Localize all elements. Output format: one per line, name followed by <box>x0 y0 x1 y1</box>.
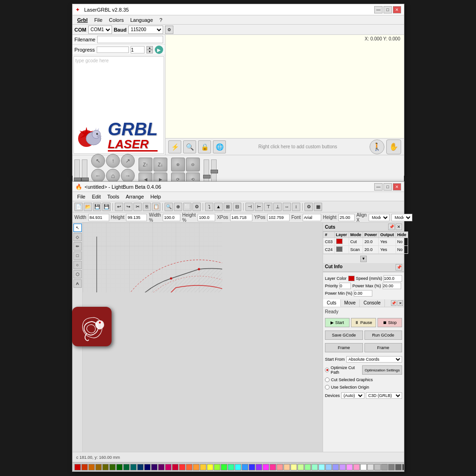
spin-down[interactable]: ▼ <box>146 50 153 53</box>
lb-tb-cut[interactable]: ✂ <box>133 203 142 211</box>
lb-xpos-input[interactable] <box>230 214 252 221</box>
menu-file[interactable]: File <box>92 16 106 24</box>
palette-swatch[interactable] <box>221 464 227 470</box>
lb-tb-redo[interactable]: ↪ <box>124 203 132 211</box>
lb-tb-paste[interactable]: 📋 <box>152 203 160 211</box>
lb-tb-grid[interactable]: ▦ <box>314 203 322 211</box>
connect-btn[interactable]: ⚙ <box>165 26 173 34</box>
lb-menu-help[interactable]: Help <box>148 193 164 200</box>
palette-swatch[interactable] <box>388 464 395 470</box>
profile-select[interactable]: C3D (GRLB) <box>366 392 402 399</box>
cuts-row-2[interactable]: C24 Scan 20.0 Yes No <box>324 246 408 254</box>
hand-btn[interactable]: ✋ <box>386 139 401 154</box>
lb-tb-trace[interactable]: ▲ <box>214 203 223 211</box>
palette-swatch[interactable] <box>151 464 158 470</box>
lb-height2-input[interactable] <box>338 214 355 221</box>
palette-swatch[interactable] <box>193 464 199 470</box>
lb-mode1-select[interactable]: Mode <box>369 214 390 221</box>
lb-minimize-btn[interactable]: — <box>374 183 383 191</box>
pause-btn[interactable]: ⏸ Pause <box>351 318 376 327</box>
palette-swatch[interactable] <box>395 464 402 470</box>
layer-x[interactable]: ✕ <box>397 300 403 306</box>
palette-swatch[interactable] <box>304 464 311 470</box>
palette-swatch[interactable] <box>402 464 404 470</box>
palette-swatch[interactable] <box>374 464 381 470</box>
lb-tb-save2[interactable]: 💾 <box>102 203 111 211</box>
optimize-radio[interactable] <box>325 368 329 372</box>
lb-tab-console[interactable]: Console <box>360 299 385 307</box>
palette-swatch[interactable] <box>88 464 95 470</box>
palette-swatch[interactable] <box>270 464 276 470</box>
use-selection-radio[interactable] <box>325 385 330 390</box>
grbl-canvas[interactable]: X: 0.000 Y: 0.000 ⚡ 🔍 🔒 🌐 Right click he… <box>165 35 404 155</box>
cut-info-pin[interactable]: 📌 <box>396 264 402 271</box>
canvas-tool-1[interactable]: ⚡ <box>168 140 181 153</box>
palette-swatch[interactable] <box>200 464 206 470</box>
palette-swatch[interactable] <box>81 464 88 470</box>
lb-tb-align1[interactable]: ⊣ <box>245 203 254 211</box>
lb-tool-polygon[interactable]: ⬡ <box>73 270 82 278</box>
lb-tb-new[interactable]: 📄 <box>74 203 83 211</box>
stop-btn[interactable]: ⏹ Stop <box>377 318 402 327</box>
lb-menu-arrange[interactable]: Arrange <box>123 193 146 200</box>
start-btn[interactable]: ▶ Start <box>325 318 350 327</box>
lb-tb-search[interactable]: 🔍 <box>165 203 173 211</box>
spin-up[interactable]: ▲ <box>146 46 153 50</box>
filename-input[interactable] <box>97 36 163 43</box>
lb-tb-save[interactable]: 💾 <box>93 203 101 211</box>
lb-tool-circle[interactable]: ○ <box>73 261 82 269</box>
lb-tool-draw[interactable]: ✏ <box>73 242 82 251</box>
nav-extra-2[interactable]: Z↓ <box>153 158 167 172</box>
nav-extra-5[interactable]: ⊕ <box>171 158 185 172</box>
palette-swatch[interactable] <box>346 464 353 470</box>
palette-swatch[interactable] <box>172 464 178 470</box>
palette-swatch[interactable] <box>186 464 192 470</box>
palette-swatch[interactable] <box>256 464 262 470</box>
nav-extra-6[interactable]: ⊖ <box>186 158 200 172</box>
lb-tool-text[interactable]: A <box>73 279 82 288</box>
palette-swatch[interactable] <box>311 464 318 470</box>
palette-swatch[interactable] <box>332 464 339 470</box>
lb-tab-cuts[interactable]: Cuts <box>323 299 341 307</box>
nav-left[interactable]: ← <box>91 169 105 183</box>
layer-pin[interactable]: 📌 <box>391 300 397 306</box>
menu-language[interactable]: Language <box>127 16 156 24</box>
palette-swatch[interactable] <box>284 464 290 470</box>
scroll-down[interactable]: ▼ <box>360 256 367 262</box>
lb-font-input[interactable] <box>303 214 321 221</box>
lb-tb-open[interactable]: 📂 <box>84 203 92 211</box>
palette-swatch[interactable] <box>263 464 269 470</box>
palette-swatch[interactable] <box>298 464 304 470</box>
cuts-pin[interactable]: 📌 <box>388 224 395 230</box>
lb-tb-align5[interactable]: ↔ <box>283 203 291 211</box>
nav-upright[interactable]: ↗ <box>121 154 135 168</box>
palette-swatch[interactable] <box>130 464 137 470</box>
palette-swatch[interactable] <box>339 464 346 470</box>
menu-colors[interactable]: Colors <box>106 16 126 24</box>
com-select[interactable]: COM1 <box>88 26 112 34</box>
frame2-btn[interactable]: Frame <box>364 343 403 352</box>
gcode-area[interactable]: type gcode here <box>73 56 164 154</box>
lb-tb-align2[interactable]: ⊢ <box>255 203 263 211</box>
cuts-scroll[interactable]: ▼ <box>323 254 404 263</box>
palette-swatch[interactable] <box>207 464 213 470</box>
palette-swatch[interactable] <box>367 464 374 470</box>
lb-maximize-btn[interactable]: □ <box>383 183 392 191</box>
lb-tool-node[interactable]: ◇ <box>73 233 82 241</box>
save-gcode-btn[interactable]: Save GCode <box>325 331 363 340</box>
canvas-tool-3[interactable]: 🔒 <box>198 140 211 153</box>
lb-tb-select[interactable]: ⬜ <box>183 203 192 211</box>
lb-tb-group[interactable]: ⊞ <box>224 203 232 211</box>
canvas-tool-2[interactable]: 🔍 <box>183 140 196 153</box>
priority-input[interactable] <box>339 283 351 289</box>
lb-tool-rect[interactable]: □ <box>73 251 82 260</box>
lb-menu-tools[interactable]: Tools <box>105 193 122 200</box>
close-btn[interactable]: ✕ <box>393 6 401 13</box>
canvas-tool-4[interactable]: 🌐 <box>213 140 226 153</box>
palette-swatch[interactable] <box>165 464 172 470</box>
palette-swatch[interactable] <box>242 464 248 470</box>
opt-settings-btn[interactable]: Optimization Settings <box>362 365 402 375</box>
lb-tb-import[interactable]: ⤵ <box>205 203 213 211</box>
maximize-btn[interactable]: □ <box>383 6 392 13</box>
palette-swatch[interactable] <box>116 464 123 470</box>
